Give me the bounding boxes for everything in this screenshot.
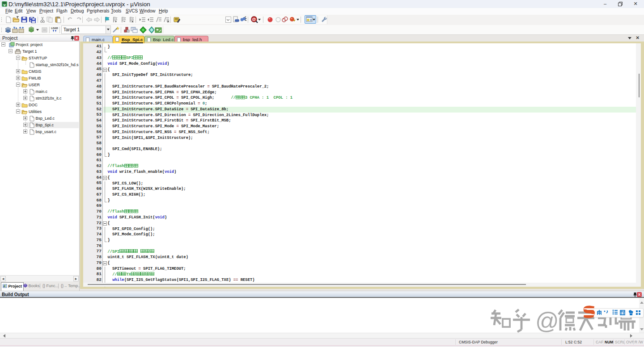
svg-text:LOAD: LOAD	[51, 27, 58, 29]
svg-text:V: V	[4, 4, 6, 7]
svg-text:@: @	[252, 17, 256, 21]
